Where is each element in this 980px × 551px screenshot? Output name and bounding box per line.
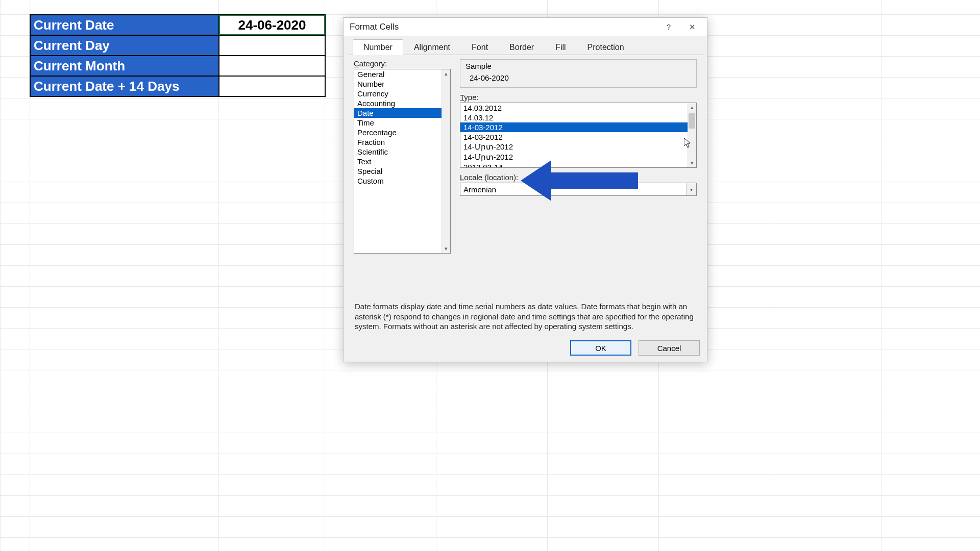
table-row: Current Date 24-06-2020 [30,15,325,35]
row-label[interactable]: Current Date + 14 Days [30,76,219,96]
category-item[interactable]: Special [354,166,450,176]
table-row: Current Day [30,35,325,56]
chevron-down-icon[interactable]: ▾ [686,183,696,195]
scroll-down-icon[interactable]: ▾ [445,244,448,253]
category-item[interactable]: Text [354,157,450,166]
tab-protection[interactable]: Protection [577,39,635,55]
category-item[interactable]: Accounting [354,98,450,108]
tab-panel-number: Category: GeneralNumberCurrencyAccountin… [348,55,703,320]
category-item[interactable]: Currency [354,89,450,98]
row-value-selected[interactable]: 24-06-2020 [219,15,325,35]
category-item[interactable]: Custom [354,176,450,186]
row-label[interactable]: Current Month [30,56,219,76]
scroll-up-icon[interactable]: ▴ [691,103,694,112]
scroll-up-icon[interactable]: ▴ [445,69,448,78]
tab-font[interactable]: Font [461,39,499,55]
row-label[interactable]: Current Date [30,15,219,35]
ok-button[interactable]: OK [570,340,631,356]
dialog-title: Format Cells [350,22,657,32]
category-item[interactable]: Fraction [354,137,450,147]
tab-alignment[interactable]: Alignment [403,39,461,55]
data-table: Current Date 24-06-2020 Current Day Curr… [30,14,326,97]
type-listbox[interactable]: 14.03.201214.03.1214-03-201214-03-201214… [460,103,697,168]
scrollbar[interactable]: ▴▾ [688,103,696,167]
scroll-thumb[interactable] [689,113,695,129]
tab-border[interactable]: Border [499,39,545,55]
tab-number[interactable]: Number [353,39,403,55]
row-value[interactable] [219,35,325,56]
dialog-buttons: OK Cancel [570,340,700,356]
category-label: Category: [354,59,451,68]
dialog-titlebar[interactable]: Format Cells ? ✕ [344,18,707,36]
locale-value: Armenian [460,185,686,194]
row-value[interactable] [219,76,325,96]
type-item[interactable]: 14.03.2012 [460,103,696,113]
category-listbox[interactable]: GeneralNumberCurrencyAccountingDateTimeP… [354,69,451,254]
category-item[interactable]: General [354,69,450,79]
type-item[interactable]: 14-Մրտ-2012 [460,142,696,152]
sample-value: 24-06-2020 [465,73,691,82]
category-item[interactable]: Date [354,108,450,118]
sample-box: Sample 24-06-2020 [460,59,697,88]
sample-label: Sample [465,62,691,70]
category-item[interactable]: Time [354,118,450,128]
tab-fill[interactable]: Fill [545,39,576,55]
row-label[interactable]: Current Day [30,35,219,56]
locale-label: Locale (location): [460,173,697,182]
dialog-tabs: Number Alignment Font Border Fill Protec… [344,36,707,55]
scroll-down-icon[interactable]: ▾ [691,159,694,167]
table-row: Current Month [30,56,325,76]
format-cells-dialog: Format Cells ? ✕ Number Alignment Font B… [343,17,707,362]
type-item[interactable]: 2012-03-14 [460,162,696,168]
type-label: Type: [460,93,697,102]
type-item[interactable]: 14-03-2012 [460,132,696,142]
type-item[interactable]: 14-Մրտ-2012 [460,152,696,162]
close-button[interactable]: ✕ [680,19,704,35]
category-item[interactable]: Scientific [354,147,450,157]
category-item[interactable]: Number [354,79,450,89]
help-button[interactable]: ? [657,19,680,35]
category-item[interactable]: Percentage [354,128,450,137]
scrollbar[interactable]: ▴▾ [442,69,450,253]
table-row: Current Date + 14 Days [30,76,325,96]
cancel-button[interactable]: Cancel [639,340,700,356]
locale-combobox[interactable]: Armenian ▾ [460,183,697,196]
type-item[interactable]: 14-03-2012 [460,122,696,132]
type-item[interactable]: 14.03.12 [460,113,696,122]
format-description: Date formats display date and time seria… [355,302,696,332]
row-value[interactable] [219,56,325,76]
